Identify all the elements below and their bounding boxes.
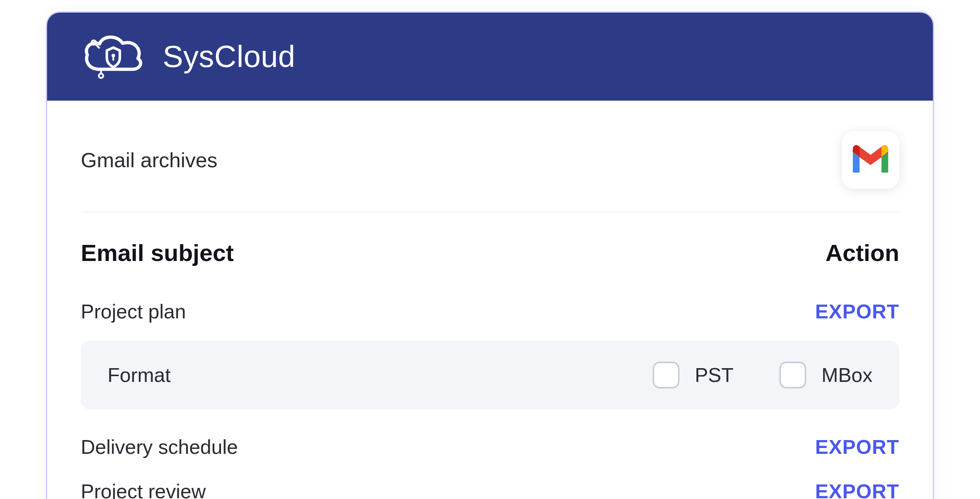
checkbox-mbox[interactable] (779, 362, 806, 388)
brand-name: SysCloud (163, 39, 295, 74)
format-options: PST MBox (653, 362, 872, 388)
email-subject: Project review (81, 480, 206, 499)
format-option-mbox: MBox (779, 362, 872, 388)
card-body: Gmail archives Email subject Action Proj… (47, 101, 933, 499)
format-label: Format (108, 364, 171, 386)
section-title: Gmail archives (81, 148, 217, 172)
svg-rect-1 (113, 56, 114, 60)
email-row: Project plan EXPORT (81, 289, 899, 334)
format-panel: Format PST MBox (81, 341, 899, 409)
table-header-row: Email subject Action (81, 239, 899, 266)
format-option-pst: PST (653, 362, 733, 388)
col-header-subject: Email subject (81, 239, 234, 266)
col-header-action: Action (825, 239, 899, 266)
format-option-label: MBox (822, 364, 872, 386)
app-header: SysCloud (47, 13, 933, 101)
export-button[interactable]: EXPORT (815, 480, 899, 499)
gmail-icon (842, 131, 899, 189)
email-row: Project review EXPORT (81, 469, 899, 499)
syscloud-logo-icon (81, 32, 146, 82)
svg-point-4 (99, 73, 103, 78)
email-subject: Delivery schedule (81, 435, 238, 458)
checkbox-pst[interactable] (653, 362, 679, 388)
export-button[interactable]: EXPORT (815, 435, 899, 458)
email-subject: Project plan (81, 300, 186, 323)
email-row: Delivery schedule EXPORT (81, 425, 899, 469)
section-header-row: Gmail archives (81, 131, 899, 212)
export-button[interactable]: EXPORT (815, 300, 899, 323)
format-option-label: PST (695, 364, 733, 386)
app-card: SysCloud Gmail archives Email subject Ac… (46, 11, 934, 499)
